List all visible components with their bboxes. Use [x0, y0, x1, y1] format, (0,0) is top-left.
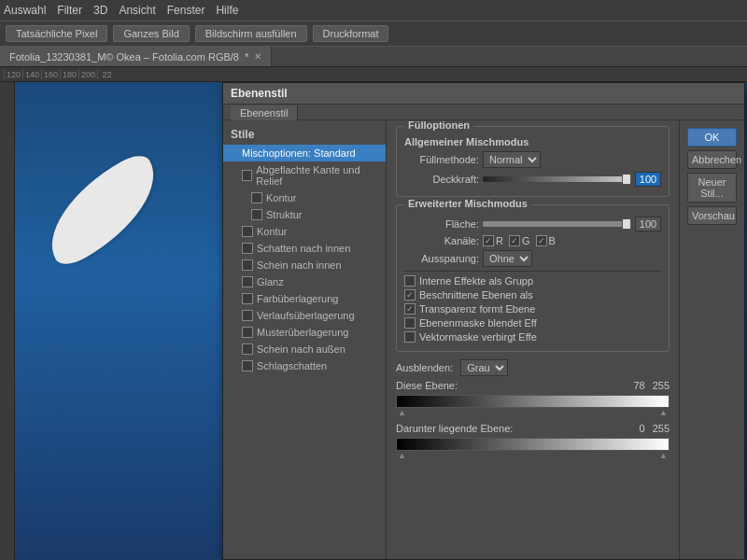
tab-bar: Fotolia_13230381_M© Okea – Fotolia.com R… [0, 47, 747, 67]
style-checkbox[interactable] [242, 259, 253, 271]
checkbox-vektormaske[interactable]: Vektormaske verbirgt Effe [404, 331, 661, 343]
neuer-stil-button[interactable]: Neuer Stil... [687, 173, 737, 203]
interne-label: Interne Effekte als Grupp [419, 275, 533, 287]
deckkraft-label: Deckkraft: [404, 174, 479, 185]
style-label: Schlagschatten [257, 360, 327, 371]
menu-hilfe[interactable]: Hilfe [216, 4, 238, 17]
tatsaechliche-pixel-button[interactable]: Tatsächliche Pixel [6, 25, 107, 42]
dialog-buttons: OK Abbrechen Neuer Stil... Vorschau [679, 120, 744, 559]
style-label: Verlaufsüberlagerung [257, 310, 355, 321]
ganzes-bild-button[interactable]: Ganzes Bild [113, 25, 189, 42]
channel-b-checkbox[interactable] [536, 235, 547, 246]
deckkraft-slider-track[interactable] [483, 176, 631, 182]
fuellmethode-select[interactable]: Normal [483, 151, 541, 168]
style-item-mischoptionen[interactable]: Mischoptionen: Standard [223, 145, 386, 161]
ebenenmaske-checkbox[interactable] [404, 317, 416, 329]
checkbox-interne[interactable]: Interne Effekte als Grupp [404, 275, 661, 287]
fuelloptionen-section: Fülloptionen Allgemeiner Mischmodus Füll… [396, 126, 669, 197]
flaeche-value[interactable]: 100 [635, 217, 661, 231]
deckkraft-value[interactable]: 100 [635, 172, 661, 187]
aussparung-select[interactable]: Ohne [483, 250, 532, 267]
channel-g-label: G [522, 235, 530, 246]
tab-close-button[interactable]: ✕ [254, 51, 261, 62]
style-item-verlaufsüberlagerung[interactable]: Verlaufsüberlagerung [223, 307, 386, 324]
diese-ebene-min: 78 [633, 380, 644, 391]
style-checkbox[interactable] [242, 360, 253, 371]
ruler-mark: 140 [22, 70, 41, 79]
styles-panel: Stile Mischoptionen: Standard Abgeflacht… [223, 120, 387, 559]
style-item-kontur-sub1[interactable]: Kontur [223, 189, 386, 206]
menu-3d[interactable]: 3D [93, 4, 107, 17]
menu-fenster[interactable]: Fenster [167, 4, 205, 17]
ok-button[interactable]: OK [687, 128, 737, 147]
document-tab[interactable]: Fotolia_13230381_M© Okea – Fotolia.com R… [0, 47, 272, 66]
tab-title: Fotolia_13230381_M© Okea – Fotolia.com R… [9, 51, 239, 63]
diese-ebene-arrow-right: ▲ [659, 408, 668, 417]
style-checkbox[interactable] [242, 170, 252, 181]
flaeche-slider-thumb[interactable] [622, 218, 631, 230]
cancel-button[interactable]: Abbrechen [687, 150, 737, 169]
darunter-slider-wrapper: ▲ ▲ [396, 438, 669, 460]
style-checkbox[interactable] [242, 226, 253, 237]
style-checkbox[interactable] [251, 209, 262, 220]
style-label: Glanz [257, 276, 284, 287]
flaeche-label: Fläche: [404, 218, 479, 230]
darunter-min: 0 [640, 423, 645, 434]
channel-b-check[interactable]: B [536, 235, 556, 246]
darunter-max: 255 [653, 423, 669, 434]
beschnittene-checkbox[interactable] [404, 289, 416, 301]
ruler-mark: 160 [41, 70, 60, 79]
deckkraft-slider-thumb[interactable] [622, 174, 631, 185]
kanaele-label: Kanäle: [404, 235, 479, 246]
diese-ebene-gradient [396, 395, 669, 408]
checkbox-transparenz[interactable]: Transparenz formt Ebene [404, 303, 661, 315]
style-item-schlagschatten[interactable]: Schlagschatten [223, 357, 386, 374]
darunter-arrow-right: ▲ [659, 451, 668, 460]
menu-ansicht[interactable]: Ansicht [119, 4, 155, 17]
ruler-mark: 200 [78, 70, 97, 79]
druckformat-button[interactable]: Druckformat [313, 25, 389, 42]
main-content: Ebenenstil Ebenenstil Stile Mischoptione… [0, 82, 747, 560]
style-checkbox[interactable] [242, 343, 253, 355]
style-item-abgeflachte[interactable]: Abgeflachte Kante und Relief [223, 161, 386, 189]
style-checkbox[interactable] [242, 310, 253, 321]
style-item-glanz[interactable]: Glanz [223, 273, 386, 290]
channel-g-checkbox[interactable] [509, 235, 520, 246]
style-item-schein-innen[interactable]: Schein nach innen [223, 257, 386, 273]
allgemein-header: Allgemeiner Mischmodus [404, 136, 661, 147]
deckkraft-row: Deckkraft: 100 [404, 172, 661, 187]
checkbox-beschnittene[interactable]: Beschnittene Ebenen als [404, 289, 661, 301]
fuellmethode-row: Füllmethode: Normal [404, 151, 661, 168]
checkbox-ebenenmaske[interactable]: Ebenenmaske blendet Eff [404, 317, 661, 329]
vektormaske-label: Vektormaske verbirgt Effe [419, 331, 537, 343]
ausblenden-select[interactable]: Grau [460, 359, 508, 376]
style-item-farbüberlagerung[interactable]: Farbüberlagerung [223, 290, 386, 307]
channel-r-checkbox[interactable] [483, 235, 494, 246]
style-checkbox[interactable] [242, 243, 253, 254]
style-item-schein-aussen[interactable]: Schein nach außen [223, 341, 386, 357]
transparenz-label: Transparenz formt Ebene [419, 303, 535, 315]
interne-checkbox[interactable] [404, 275, 416, 287]
vorschau-button[interactable]: Vorschau [687, 206, 737, 225]
channel-g-check[interactable]: G [509, 235, 530, 246]
separator [404, 271, 661, 272]
dialog-body: Stile Mischoptionen: Standard Abgeflacht… [223, 120, 744, 559]
style-item-struktur[interactable]: Struktur [223, 206, 386, 223]
channel-r-check[interactable]: R [483, 235, 503, 246]
vektormaske-checkbox[interactable] [404, 331, 416, 343]
style-item-musterüberlagerung[interactable]: Musterüberlagerung [223, 324, 386, 341]
style-checkbox[interactable] [242, 293, 253, 304]
menu-filter[interactable]: Filter [57, 4, 82, 17]
ebenenstil-tab[interactable]: Ebenenstil [231, 105, 298, 120]
menu-auswahl[interactable]: Auswahl [4, 4, 46, 17]
style-item-kontur[interactable]: Kontur [223, 223, 386, 240]
flaeche-slider-track[interactable] [483, 221, 631, 227]
transparenz-checkbox[interactable] [404, 303, 416, 315]
canvas-area: Ebenenstil Ebenenstil Stile Mischoptione… [0, 82, 747, 560]
style-checkbox[interactable] [242, 276, 253, 287]
tab-modified: * [245, 51, 248, 63]
style-item-schatten-innen[interactable]: Schatten nach innen [223, 240, 386, 257]
bildschirm-ausfuellen-button[interactable]: Bildschirm ausfüllen [195, 25, 307, 42]
style-checkbox[interactable] [242, 327, 253, 338]
style-checkbox[interactable] [251, 192, 262, 203]
